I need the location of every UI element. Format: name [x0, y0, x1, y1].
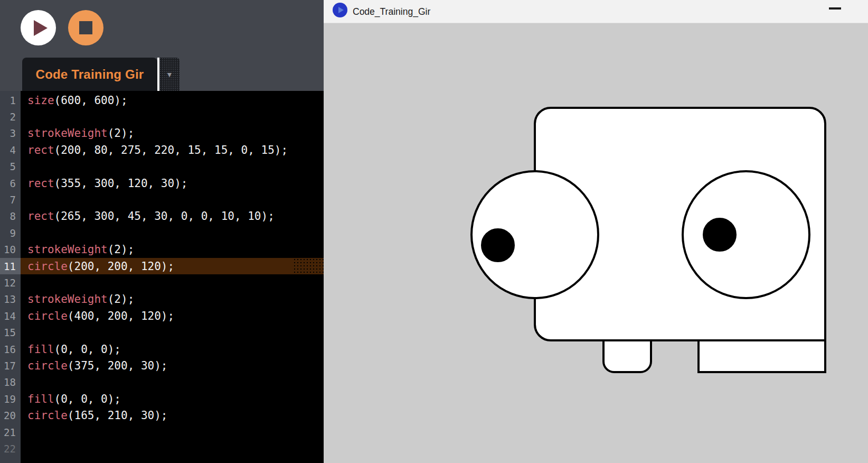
- line-number: 2: [0, 108, 21, 125]
- line-number: 20: [0, 407, 21, 423]
- code-line[interactable]: 12: [0, 274, 324, 291]
- code-line[interactable]: 14circle(400, 200, 120);: [0, 308, 324, 324]
- code-line[interactable]: 7: [0, 191, 324, 208]
- code-line[interactable]: 3strokeWeight(2);: [0, 125, 324, 142]
- code-text: circle(200, 200, 120);: [21, 258, 324, 274]
- code-line[interactable]: 4rect(200, 80, 275, 220, 15, 15, 0, 15);: [0, 142, 324, 158]
- code-text: circle(375, 200, 30);: [21, 357, 324, 374]
- code-text: [21, 440, 324, 457]
- code-line[interactable]: 15: [0, 324, 324, 340]
- code-line[interactable]: 16fill(0, 0, 0);: [0, 341, 324, 357]
- code-line[interactable]: 9: [0, 225, 324, 241]
- run-button[interactable]: [21, 10, 56, 45]
- code-line[interactable]: 20circle(165, 210, 30);: [0, 407, 324, 423]
- line-number: 3: [0, 125, 21, 142]
- line-number: 18: [0, 374, 21, 391]
- line-number: 17: [0, 357, 21, 374]
- window-play-circle-icon: [333, 3, 347, 17]
- code-line[interactable]: 21: [0, 424, 324, 440]
- line-number: 7: [0, 191, 21, 208]
- code-editor[interactable]: 1size(600, 600);23strokeWeight(2);4rect(…: [0, 91, 324, 463]
- line-number: 1: [0, 92, 21, 108]
- line-number: 15: [0, 324, 21, 340]
- code-text: [21, 324, 324, 340]
- line-number: 22: [0, 440, 21, 457]
- code-text: [21, 108, 324, 125]
- code-text: [21, 274, 324, 291]
- code-line[interactable]: 10strokeWeight(2);: [0, 242, 324, 258]
- line-number: 12: [0, 274, 21, 291]
- code-line[interactable]: 13strokeWeight(2);: [0, 291, 324, 308]
- code-line[interactable]: 19fill(0, 0, 0);: [0, 391, 324, 407]
- ide-panel: Code Training Gir ▼ 1size(600, 600);23st…: [0, 0, 324, 463]
- code-line[interactable]: 1size(600, 600);: [0, 92, 324, 108]
- sketch-circle: [704, 219, 735, 251]
- code-text: strokeWeight(2);: [21, 291, 324, 308]
- code-text: circle(400, 200, 120);: [21, 308, 324, 324]
- code-text: [21, 424, 324, 440]
- sketch-rect: [699, 340, 825, 372]
- line-number: 6: [0, 175, 21, 191]
- line-number: 8: [0, 208, 21, 225]
- sketch-window: Code_Training_Gir: [324, 0, 868, 463]
- window-titlebar[interactable]: Code_Training_Gir: [324, 0, 868, 23]
- tab-bar: Code Training Gir ▼: [0, 58, 324, 91]
- code-text: [21, 159, 324, 175]
- code-text: [21, 225, 324, 241]
- app: Code Training Gir ▼ 1size(600, 600);23st…: [0, 0, 868, 463]
- code-text: [21, 374, 324, 391]
- code-text: strokeWeight(2);: [21, 242, 324, 258]
- line-number: 13: [0, 291, 21, 308]
- tab-code-training-gir[interactable]: Code Training Gir: [22, 58, 157, 91]
- stop-icon: [79, 21, 92, 34]
- code-text: rect(200, 80, 275, 220, 15, 15, 0, 15);: [21, 142, 324, 158]
- window-title: Code_Training_Gir: [353, 0, 430, 23]
- code-line[interactable]: 11circle(200, 200, 120);: [0, 258, 324, 274]
- line-number: 16: [0, 341, 21, 357]
- line-number: 9: [0, 225, 21, 241]
- minimize-button[interactable]: [829, 7, 841, 10]
- code-line[interactable]: 22: [0, 440, 324, 457]
- code-rows: 1size(600, 600);23strokeWeight(2);4rect(…: [0, 92, 324, 457]
- code-line[interactable]: 8rect(265, 300, 45, 30, 0, 0, 10, 10);: [0, 208, 324, 225]
- code-text: fill(0, 0, 0);: [21, 341, 324, 357]
- code-text: fill(0, 0, 0);: [21, 391, 324, 407]
- line-number: 4: [0, 142, 21, 158]
- code-text: rect(265, 300, 45, 30, 0, 0, 10, 10);: [21, 208, 324, 225]
- line-number: 5: [0, 159, 21, 175]
- code-text: strokeWeight(2);: [21, 125, 324, 142]
- line-number: 19: [0, 391, 21, 407]
- code-line[interactable]: 2: [0, 108, 324, 125]
- sketch-drawing: [324, 23, 868, 463]
- sketch-rect: [603, 340, 651, 372]
- ide-toolbar: [0, 0, 324, 58]
- code-line[interactable]: 17circle(375, 200, 30);: [0, 357, 324, 374]
- tab-label: Code Training Gir: [36, 67, 144, 82]
- play-icon: [338, 7, 344, 13]
- code-line[interactable]: 6rect(355, 300, 120, 30);: [0, 175, 324, 191]
- code-text: rect(355, 300, 120, 30);: [21, 175, 324, 191]
- line-number: 11: [0, 258, 21, 274]
- code-text: [21, 191, 324, 208]
- line-number: 14: [0, 308, 21, 324]
- line-number: 10: [0, 242, 21, 258]
- sketch-canvas: [324, 23, 868, 463]
- code-line[interactable]: 5: [0, 159, 324, 175]
- sketch-circle: [683, 171, 809, 298]
- chevron-down-icon: ▼: [166, 70, 173, 79]
- code-line[interactable]: 18: [0, 374, 324, 391]
- tab-menu-button[interactable]: ▼: [159, 58, 180, 91]
- code-text: circle(165, 210, 30);: [21, 407, 324, 423]
- code-text: size(600, 600);: [21, 92, 324, 108]
- stop-button[interactable]: [68, 10, 103, 45]
- play-icon: [34, 20, 48, 36]
- sketch-circle: [482, 229, 514, 261]
- line-number: 21: [0, 424, 21, 440]
